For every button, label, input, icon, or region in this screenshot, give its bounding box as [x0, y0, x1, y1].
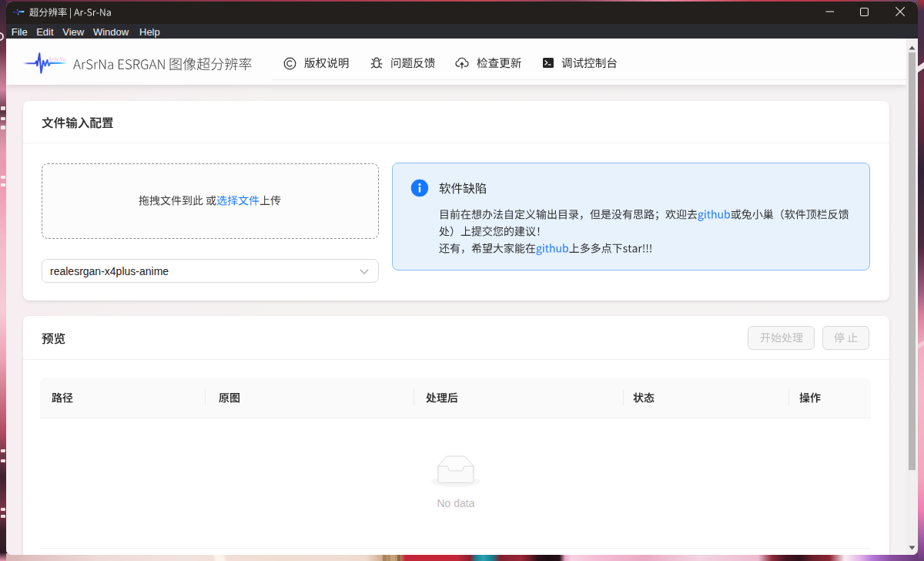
svg-text:ArSrNa: ArSrNa [48, 56, 66, 63]
